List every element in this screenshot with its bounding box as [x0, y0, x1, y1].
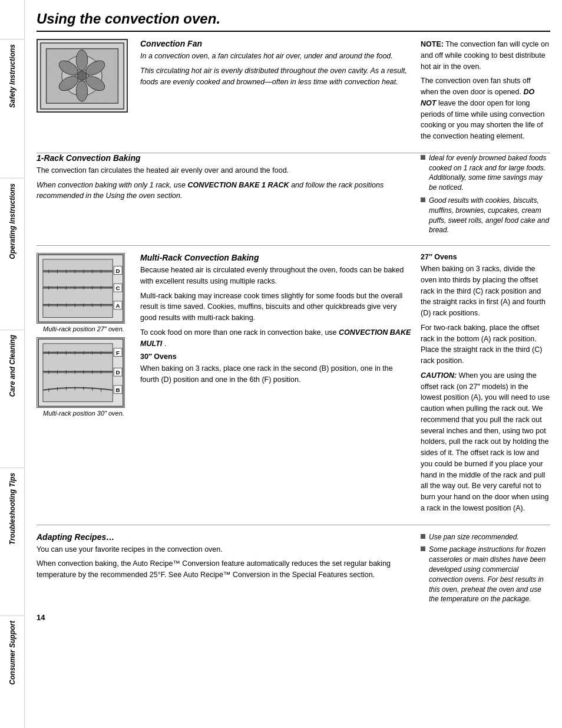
- bullet-icon-adapt-1: [421, 534, 425, 539]
- caution-text: CAUTION: When you are using the offset r…: [421, 370, 550, 514]
- fan-image-container: [37, 39, 131, 146]
- rack-image-27: D C A: [37, 253, 125, 324]
- two-rack-text: For two-rack baking, place the offset ra…: [421, 322, 550, 367]
- page-number: 14: [37, 613, 550, 622]
- rack-27-svg: D C A: [37, 253, 124, 323]
- main-content: Using the convection oven.: [25, 0, 562, 728]
- rack-baking-bullets: Ideal for evenly browned baked foods coo…: [421, 153, 550, 238]
- bullet-icon-1: [421, 155, 425, 160]
- svg-text:D: D: [116, 267, 120, 274]
- multi-rack-images: D C A Multi-rack position 27″ oven.: [37, 253, 131, 518]
- adapting-left: Adapting Recipes… You can use your favor…: [37, 532, 411, 608]
- sidebar-item-troubleshooting[interactable]: Troubleshooting Tips: [0, 467, 24, 549]
- multi-rack-middle-text: Multi-Rack Convection Baking Because hea…: [140, 253, 411, 518]
- convection-fan-para1: In a convection oven, a fan circulates h…: [140, 51, 411, 62]
- bullet-icon-adapt-2: [421, 546, 425, 551]
- bullet-icon-2: [421, 197, 425, 202]
- note-label: NOTE:: [421, 40, 444, 48]
- rack-image-30: F D B: [37, 337, 125, 408]
- rack-baking-content: 1-Rack Convection Baking The convection …: [37, 153, 550, 238]
- adapting-heading: Adapting Recipes…: [37, 532, 411, 542]
- rack-baking-para1: The convection fan circulates the heated…: [37, 165, 411, 176]
- multi-rack-right-text: 27″ Ovens When baking on 3 racks, divide…: [421, 253, 550, 518]
- rack-baking-left: 1-Rack Convection Baking The convection …: [37, 153, 411, 238]
- svg-text:F: F: [116, 350, 120, 356]
- svg-text:A: A: [116, 302, 120, 309]
- ovens-27-text: When baking on 3 racks, divide the oven …: [421, 263, 550, 319]
- svg-text:B: B: [116, 387, 120, 393]
- fan-svg: [38, 40, 127, 112]
- ovens-30-heading: 30″ Ovens: [140, 353, 411, 361]
- adapting-bullet-1: Use pan size recommended.: [421, 532, 550, 542]
- adapting-section: Adapting Recipes… You can use your favor…: [37, 532, 550, 608]
- adapting-right: Use pan size recommended. Some package i…: [421, 532, 550, 608]
- rack-bullet-1: Ideal for evenly browned baked foods coo…: [421, 153, 550, 193]
- sidebar-item-operating[interactable]: Operating Instructions: [0, 178, 24, 264]
- rack-image-30-container: F D B Multi-rack position 30″ oven.: [37, 337, 131, 417]
- rack-baking-para2: When convection baking with only 1 rack,…: [37, 180, 411, 202]
- adapting-bullet-2: Some package instructions for frozen cas…: [421, 545, 550, 604]
- note-text: NOTE: The convection fan will cycle on a…: [421, 39, 550, 72]
- convection-bake-label: CONVECTION BAKE 1 RACK: [187, 181, 289, 189]
- fan-image: [37, 39, 128, 113]
- note-box: NOTE: The convection fan will cycle on a…: [421, 39, 550, 146]
- rack-30-svg: F D B: [37, 338, 124, 407]
- multi-rack-heading: Multi-Rack Convection Baking: [140, 253, 411, 262]
- sidebar-item-consumer[interactable]: Consumer Support: [0, 615, 24, 690]
- convection-fan-heading: Convection Fan: [140, 39, 411, 48]
- caution-label: CAUTION:: [421, 371, 457, 380]
- adapting-para1: You can use your favorite recipes in the…: [37, 544, 411, 555]
- svg-text:C: C: [116, 285, 120, 291]
- rack-27-caption: Multi-rack position 27″ oven.: [37, 325, 131, 332]
- sidebar-item-care[interactable]: Care and Cleaning: [0, 330, 24, 401]
- rack-bullet-2: Good results with cookies, biscuits, muf…: [421, 196, 550, 235]
- rack-image-27-container: D C A Multi-rack position 27″ oven.: [37, 253, 131, 332]
- multi-rack-para3: To cook food on more than one rack in co…: [140, 327, 411, 350]
- rack-30-caption: Multi-rack position 30″ oven.: [37, 410, 131, 417]
- ovens-30-text: When baking on 3 racks, place one rack i…: [140, 363, 411, 386]
- shuts-off-text: The convection oven fan shuts off when t…: [421, 75, 550, 142]
- sidebar-item-safety[interactable]: Safety Instructions: [0, 39, 24, 113]
- adapting-para2: When convection baking, the Auto Recipe™…: [37, 558, 411, 581]
- multi-rack-para1: Because heated air is circulated evenly …: [140, 265, 411, 287]
- multi-rack-content: D C A Multi-rack position 27″ oven.: [37, 253, 550, 518]
- svg-text:D: D: [116, 369, 120, 375]
- rack-baking-section: 1-Rack Convection Baking The convection …: [37, 153, 550, 246]
- multi-rack-para2: Multi-rack baking may increase cook time…: [140, 291, 411, 324]
- convection-fan-para2: This circulating hot air is evenly distr…: [140, 65, 411, 88]
- sidebar: Safety Instructions Operating Instructio…: [0, 0, 25, 728]
- convection-fan-section: Convection Fan In a convection oven, a f…: [37, 39, 550, 153]
- svg-point-4: [76, 50, 87, 70]
- rack-baking-heading: 1-Rack Convection Baking: [37, 153, 411, 163]
- multi-rack-section: D C A Multi-rack position 27″ oven.: [37, 253, 550, 525]
- ovens-27-heading: 27″ Ovens: [421, 253, 550, 261]
- convection-fan-text: Convection Fan In a convection oven, a f…: [140, 39, 411, 146]
- page-title: Using the convection oven.: [37, 11, 550, 32]
